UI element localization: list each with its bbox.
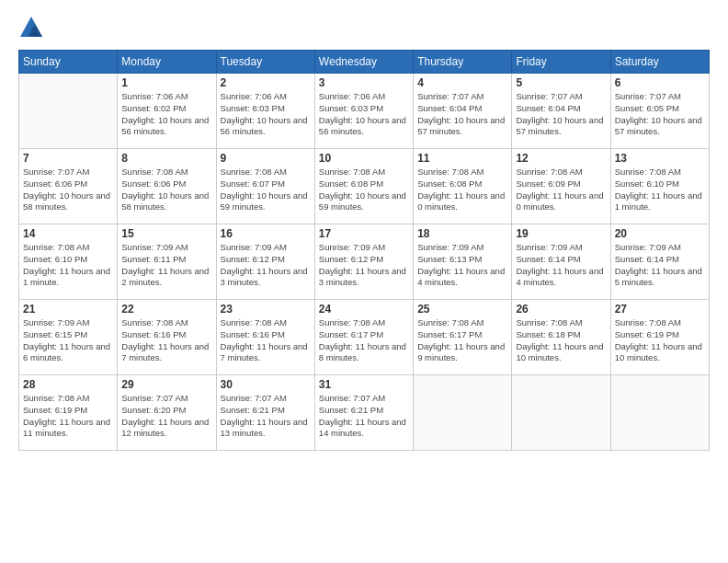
calendar-cell: 31Sunrise: 7:07 AM Sunset: 6:21 PM Dayli… [314,375,413,451]
cell-content: Sunrise: 7:09 AM Sunset: 6:11 PM Dayligh… [121,242,211,289]
day-number: 27 [615,303,705,316]
day-number: 1 [121,76,211,89]
day-number: 13 [615,152,705,165]
calendar-cell: 11Sunrise: 7:08 AM Sunset: 6:08 PM Dayli… [414,149,512,224]
calendar-cell: 14Sunrise: 7:08 AM Sunset: 6:10 PM Dayli… [19,224,118,300]
cell-content: Sunrise: 7:07 AM Sunset: 6:04 PM Dayligh… [417,91,507,138]
calendar-cell [512,375,610,451]
weekday-header: Thursday [414,51,512,74]
day-number: 30 [221,378,311,391]
weekday-header: Friday [512,51,610,74]
day-number: 20 [615,227,705,240]
calendar-week-row: 1Sunrise: 7:06 AM Sunset: 6:02 PM Daylig… [19,74,710,149]
logo-icon [18,15,44,40]
calendar-cell: 27Sunrise: 7:08 AM Sunset: 6:19 PM Dayli… [610,300,709,375]
calendar-cell: 12Sunrise: 7:08 AM Sunset: 6:09 PM Dayli… [512,149,610,224]
day-number: 29 [121,378,211,391]
calendar-week-row: 28Sunrise: 7:08 AM Sunset: 6:19 PM Dayli… [19,375,710,451]
day-number: 11 [417,152,507,165]
cell-content: Sunrise: 7:09 AM Sunset: 6:15 PM Dayligh… [23,317,113,364]
calendar-cell: 13Sunrise: 7:08 AM Sunset: 6:10 PM Dayli… [610,149,709,224]
calendar-cell: 17Sunrise: 7:09 AM Sunset: 6:12 PM Dayli… [314,224,413,300]
calendar-week-row: 21Sunrise: 7:09 AM Sunset: 6:15 PM Dayli… [19,300,710,375]
day-number: 12 [516,152,606,165]
weekday-header: Tuesday [216,51,314,74]
day-number: 3 [319,76,409,89]
day-number: 26 [516,303,606,316]
cell-content: Sunrise: 7:08 AM Sunset: 6:16 PM Dayligh… [121,317,211,364]
cell-content: Sunrise: 7:08 AM Sunset: 6:19 PM Dayligh… [23,393,113,440]
cell-content: Sunrise: 7:08 AM Sunset: 6:18 PM Dayligh… [516,317,606,364]
calendar-week-row: 7Sunrise: 7:07 AM Sunset: 6:06 PM Daylig… [19,149,710,224]
calendar-cell: 30Sunrise: 7:07 AM Sunset: 6:21 PM Dayli… [216,375,314,451]
day-number: 15 [121,227,211,240]
day-number: 31 [319,378,409,391]
cell-content: Sunrise: 7:08 AM Sunset: 6:19 PM Dayligh… [615,317,705,364]
weekday-header: Wednesday [314,51,413,74]
day-number: 28 [23,378,113,391]
calendar-cell: 15Sunrise: 7:09 AM Sunset: 6:11 PM Dayli… [118,224,216,300]
calendar-cell [19,74,118,149]
calendar-cell: 3Sunrise: 7:06 AM Sunset: 6:03 PM Daylig… [314,74,413,149]
calendar-cell: 20Sunrise: 7:09 AM Sunset: 6:14 PM Dayli… [610,224,709,300]
cell-content: Sunrise: 7:07 AM Sunset: 6:04 PM Dayligh… [516,91,606,138]
day-number: 14 [23,227,113,240]
cell-content: Sunrise: 7:08 AM Sunset: 6:08 PM Dayligh… [417,167,507,213]
day-number: 18 [417,227,507,240]
calendar-cell: 24Sunrise: 7:08 AM Sunset: 6:17 PM Dayli… [314,300,413,375]
cell-content: Sunrise: 7:06 AM Sunset: 6:02 PM Dayligh… [121,91,211,138]
day-number: 16 [221,227,311,240]
calendar-cell: 4Sunrise: 7:07 AM Sunset: 6:04 PM Daylig… [414,74,512,149]
cell-content: Sunrise: 7:09 AM Sunset: 6:12 PM Dayligh… [221,242,311,289]
calendar-cell: 16Sunrise: 7:09 AM Sunset: 6:12 PM Dayli… [216,224,314,300]
calendar-cell: 28Sunrise: 7:08 AM Sunset: 6:19 PM Dayli… [19,375,118,451]
weekday-header: Monday [118,51,216,74]
calendar-cell: 2Sunrise: 7:06 AM Sunset: 6:03 PM Daylig… [216,74,314,149]
calendar-header-row: SundayMondayTuesdayWednesdayThursdayFrid… [19,51,710,74]
calendar-cell: 23Sunrise: 7:08 AM Sunset: 6:16 PM Dayli… [216,300,314,375]
weekday-header: Saturday [610,51,709,74]
calendar-cell: 25Sunrise: 7:08 AM Sunset: 6:17 PM Dayli… [414,300,512,375]
cell-content: Sunrise: 7:08 AM Sunset: 6:06 PM Dayligh… [121,167,211,213]
cell-content: Sunrise: 7:08 AM Sunset: 6:16 PM Dayligh… [221,317,311,364]
calendar: SundayMondayTuesdayWednesdayThursdayFrid… [18,50,710,451]
calendar-cell: 29Sunrise: 7:07 AM Sunset: 6:20 PM Dayli… [118,375,216,451]
cell-content: Sunrise: 7:08 AM Sunset: 6:17 PM Dayligh… [319,317,409,364]
day-number: 22 [121,303,211,316]
cell-content: Sunrise: 7:07 AM Sunset: 6:06 PM Dayligh… [23,167,113,213]
calendar-cell: 19Sunrise: 7:09 AM Sunset: 6:14 PM Dayli… [512,224,610,300]
calendar-cell: 9Sunrise: 7:08 AM Sunset: 6:07 PM Daylig… [216,149,314,224]
calendar-cell: 26Sunrise: 7:08 AM Sunset: 6:18 PM Dayli… [512,300,610,375]
calendar-cell: 21Sunrise: 7:09 AM Sunset: 6:15 PM Dayli… [19,300,118,375]
cell-content: Sunrise: 7:08 AM Sunset: 6:10 PM Dayligh… [615,167,705,213]
cell-content: Sunrise: 7:08 AM Sunset: 6:10 PM Dayligh… [23,242,113,289]
cell-content: Sunrise: 7:07 AM Sunset: 6:05 PM Dayligh… [615,91,705,138]
header [18,15,710,40]
day-number: 19 [516,227,606,240]
day-number: 25 [417,303,507,316]
day-number: 21 [23,303,113,316]
cell-content: Sunrise: 7:09 AM Sunset: 6:14 PM Dayligh… [516,242,606,289]
cell-content: Sunrise: 7:07 AM Sunset: 6:21 PM Dayligh… [221,393,311,440]
cell-content: Sunrise: 7:08 AM Sunset: 6:08 PM Dayligh… [319,167,409,213]
day-number: 6 [615,76,705,89]
calendar-cell: 5Sunrise: 7:07 AM Sunset: 6:04 PM Daylig… [512,74,610,149]
calendar-cell: 6Sunrise: 7:07 AM Sunset: 6:05 PM Daylig… [610,74,709,149]
cell-content: Sunrise: 7:06 AM Sunset: 6:03 PM Dayligh… [319,91,409,138]
cell-content: Sunrise: 7:07 AM Sunset: 6:20 PM Dayligh… [121,393,211,440]
calendar-cell: 10Sunrise: 7:08 AM Sunset: 6:08 PM Dayli… [314,149,413,224]
day-number: 10 [319,152,409,165]
logo [18,15,48,40]
calendar-cell: 22Sunrise: 7:08 AM Sunset: 6:16 PM Dayli… [118,300,216,375]
cell-content: Sunrise: 7:07 AM Sunset: 6:21 PM Dayligh… [319,393,409,440]
day-number: 17 [319,227,409,240]
cell-content: Sunrise: 7:09 AM Sunset: 6:14 PM Dayligh… [615,242,705,289]
day-number: 7 [23,152,113,165]
day-number: 24 [319,303,409,316]
day-number: 9 [221,152,311,165]
day-number: 23 [221,303,311,316]
day-number: 2 [221,76,311,89]
calendar-week-row: 14Sunrise: 7:08 AM Sunset: 6:10 PM Dayli… [19,224,710,300]
weekday-header: Sunday [19,51,118,74]
calendar-cell [414,375,512,451]
